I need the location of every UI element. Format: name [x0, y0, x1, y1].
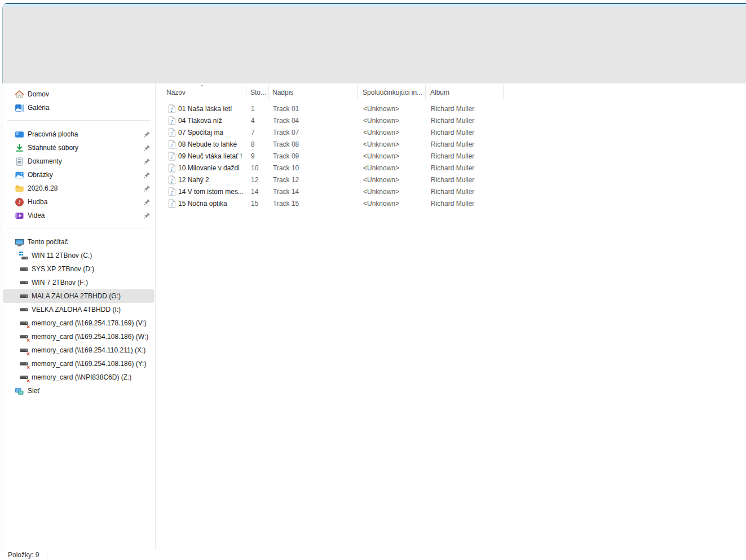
music-icon: ♪ [15, 197, 24, 207]
pin-icon [143, 212, 151, 219]
file-row[interactable]: ♪12 Nahý 2 12 Track 12 <Unknown> Richard… [156, 174, 746, 186]
sidebar-item-desktop[interactable]: Pracovná plocha [3, 127, 155, 141]
sidebar-item-documents[interactable]: Dokumenty [3, 155, 155, 168]
track-number: 12 [246, 176, 269, 184]
sidebar-separator [7, 120, 151, 121]
videos-icon [15, 211, 24, 221]
sidebar-item-drive-d[interactable]: SYS XP 2TBnov (D:) [3, 262, 155, 276]
file-row[interactable]: ♪10 Milovanie v daždi 10 Track 10 <Unkno… [156, 162, 746, 174]
contributing-artists: <Unknown> [358, 188, 426, 196]
sidebar-item-label: Videá [28, 211, 45, 219]
track-number: 8 [246, 140, 269, 148]
sidebar-item-downloads[interactable]: Stiahnuté súbory [3, 141, 155, 155]
file-row[interactable]: ♪08 Nebude to lahké 8 Track 08 <Unknown>… [156, 138, 746, 150]
svg-text:♪: ♪ [170, 142, 174, 148]
track-title: Track 07 [269, 129, 358, 136]
drive-icon [20, 279, 28, 287]
sidebar-item-label: Dokumenty [28, 157, 62, 165]
sidebar-item-home[interactable]: Domov [3, 87, 155, 101]
sidebar-item-drive-f[interactable]: WIN 7 2TBnov (F:) [3, 276, 155, 289]
pin-icon [143, 171, 151, 179]
track-number: 4 [246, 117, 269, 125]
album-name: Richard Muller [426, 176, 504, 184]
file-row[interactable]: ♪15 Nočná optika 15 Track 15 <Unknown> R… [156, 197, 746, 209]
sidebar-item-label: memory_card (\\169.254.108.186) (Y:) [32, 360, 146, 368]
sidebar-separator [7, 228, 151, 228]
column-header-album[interactable]: Album [426, 85, 504, 99]
svg-text:♪: ♪ [170, 166, 174, 171]
network-drive-icon: × [20, 333, 28, 341]
pictures-icon [15, 170, 24, 180]
album-name: Richard Muller [426, 200, 504, 208]
sidebar-item-label: Obrázky [28, 171, 53, 179]
sidebar-item-label: memory_card (\\169.254.110.211) (X:) [32, 346, 145, 354]
file-row[interactable]: ♪01 Naša láska letí 1 Track 01 <Unknown>… [156, 103, 746, 114]
sidebar-item-label: Tento počítač [28, 238, 68, 246]
album-name: Richard Muller [426, 129, 504, 136]
file-row[interactable]: ♪04 Tlaková níž 4 Track 04 <Unknown> Ric… [156, 114, 746, 126]
downloads-icon [15, 143, 24, 153]
track-number: 14 [246, 188, 269, 196]
svg-text:♪: ♪ [170, 178, 174, 183]
column-header-artists[interactable]: Spoluúčinkujúci in... [358, 85, 426, 99]
folder-icon [15, 184, 24, 193]
track-number: 7 [246, 129, 269, 136]
column-header-nadpis[interactable]: Nadpis [269, 85, 358, 99]
navigation-pane: Domov Galéria Pracovná plocha Stiahnuté … [2, 83, 155, 549]
sidebar-item-label: Sieť [28, 387, 40, 395]
file-name: 08 Nebude to lahké [178, 140, 237, 148]
svg-text:♪: ♪ [17, 199, 21, 205]
pin-icon [143, 199, 151, 206]
sidebar-item-netdrive-v[interactable]: × memory_card (\\169.254.178.169) (V:) [3, 316, 155, 330]
sidebar-item-drive-i[interactable]: VELKA ZALOHA 4TBHDD (I:) [3, 303, 155, 316]
pin-icon [143, 158, 151, 165]
sidebar-item-network[interactable]: Sieť [3, 384, 155, 398]
file-row[interactable]: ♪09 Neuč vtáka lietať ! 9 Track 09 <Unkn… [156, 150, 746, 162]
contributing-artists: <Unknown> [358, 117, 426, 125]
file-name: 01 Naša láska letí [178, 105, 232, 113]
track-title: Track 15 [269, 200, 358, 208]
track-title: Track 09 [269, 152, 358, 160]
gallery-icon [15, 103, 24, 113]
sidebar-item-netdrive-x[interactable]: × memory_card (\\169.254.110.211) (X:) [3, 343, 155, 357]
svg-text:♪: ♪ [170, 154, 174, 160]
file-row[interactable]: ♪14 V tom istom mes... 14 Track 14 <Unkn… [156, 186, 746, 197]
file-name: 12 Nahý 2 [178, 176, 209, 184]
sidebar-item-music[interactable]: ♪ Hudba [3, 195, 155, 209]
sidebar-item-drive-c[interactable]: WIN 11 2TBnov (C:) [3, 249, 155, 262]
network-drive-icon: × [20, 373, 28, 382]
column-header-label: Spoluúčinkujúci in... [363, 89, 422, 96]
sidebar-item-folder-2020628[interactable]: 2020.6.28 [3, 182, 155, 195]
sidebar-item-pictures[interactable]: Obrázky [3, 168, 155, 182]
sidebar-item-label: VELKA ZALOHA 4TBHDD (I:) [32, 306, 121, 314]
sidebar-item-netdrive-w[interactable]: × memory_card (\\169.254.108.186) (W:) [3, 330, 155, 343]
sidebar-item-gallery[interactable]: Galéria [3, 101, 155, 114]
sidebar-item-netdrive-y[interactable]: × memory_card (\\169.254.108.186) (Y:) [3, 357, 155, 371]
sidebar-item-label: Hudba [28, 198, 47, 206]
file-row[interactable]: ♪07 Spočítaj ma 7 Track 07 <Unknown> Ric… [156, 126, 746, 138]
audio-file-icon: ♪ [168, 128, 176, 137]
sidebar-item-netdrive-z[interactable]: × memory_card (\\NPI838C6D) (Z:) [3, 371, 155, 384]
audio-file-icon: ♪ [168, 140, 176, 149]
this-pc-icon [15, 237, 24, 247]
track-number: 15 [246, 200, 269, 208]
sidebar-item-label: SYS XP 2TBnov (D:) [32, 265, 94, 273]
pin-icon [143, 185, 151, 192]
sidebar-item-videos[interactable]: Videá [3, 209, 155, 222]
desktop-icon [15, 130, 24, 139]
album-name: Richard Muller [426, 188, 504, 196]
sidebar-item-drive-g[interactable]: MALA ZALOHA 2TBHDD (G:) [3, 289, 155, 303]
audio-file-icon: ♪ [168, 175, 176, 184]
documents-icon [15, 157, 24, 166]
album-name: Richard Muller [426, 140, 504, 148]
track-number: 10 [246, 164, 269, 172]
column-header-stopa[interactable]: Sto... [246, 85, 269, 99]
toolbar-area [2, 3, 746, 83]
sidebar-item-label: WIN 7 2TBnov (F:) [32, 279, 88, 286]
drive-icon [20, 265, 28, 274]
sidebar-item-label: memory_card (\\169.254.108.186) (W:) [32, 333, 148, 341]
column-header-nazov[interactable]: ^ Názov [156, 85, 246, 99]
contributing-artists: <Unknown> [358, 176, 426, 184]
sidebar-item-this-pc[interactable]: Tento počítač [3, 235, 155, 249]
file-name: 14 V tom istom mes... [178, 188, 244, 196]
